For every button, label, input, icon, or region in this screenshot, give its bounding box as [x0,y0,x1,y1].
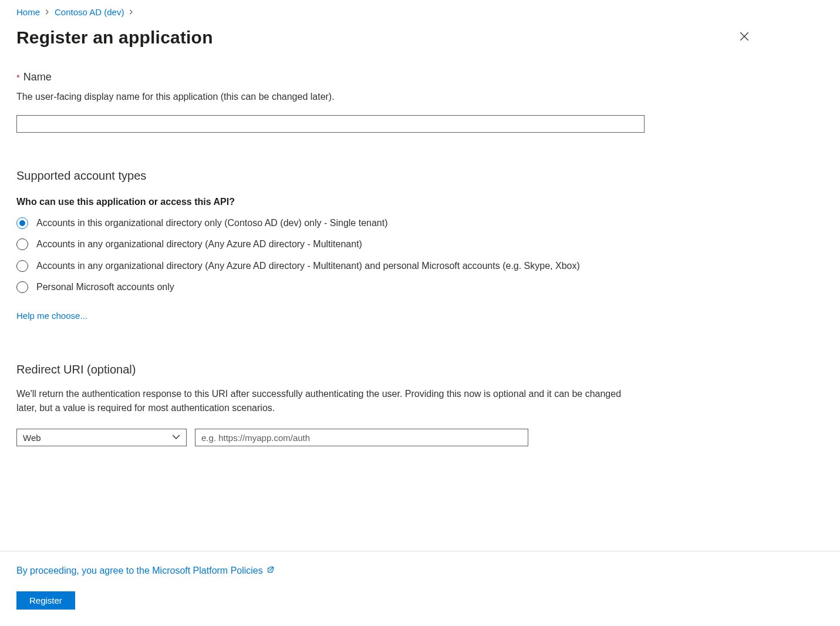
account-type-option-multitenant[interactable]: Accounts in any organizational directory… [16,238,718,251]
footer: By proceeding, you agree to the Microsof… [0,551,840,626]
form-scroll-area[interactable]: * Name The user-facing display name for … [16,71,824,551]
radio-icon [16,238,28,250]
name-label: * Name [16,71,718,83]
radio-icon [16,217,28,229]
register-button[interactable]: Register [16,591,75,610]
radio-label: Accounts in any organizational directory… [36,238,362,251]
redirect-uri-heading: Redirect URI (optional) [16,363,718,376]
account-type-option-single-tenant[interactable]: Accounts in this organizational director… [16,217,718,230]
page-title: Register an application [16,28,213,48]
name-input[interactable] [16,115,645,133]
redirect-uri-input[interactable] [195,429,528,446]
external-link-icon [266,566,275,576]
chevron-right-icon [129,8,134,16]
close-icon [739,31,750,42]
platform-policies-link[interactable]: By proceeding, you agree to the Microsof… [16,566,275,576]
name-label-text: Name [23,71,52,83]
account-types-question: Who can use this application or access t… [16,197,718,207]
close-button[interactable] [736,28,753,45]
required-indicator: * [16,72,20,82]
chevron-right-icon [45,8,50,16]
chevron-down-icon [172,433,180,443]
redirect-platform-value: Web [23,433,41,443]
radio-icon [16,281,28,293]
account-types-radio-group: Accounts in this organizational director… [16,217,718,294]
breadcrumb-directory[interactable]: Contoso AD (dev) [55,7,124,17]
name-description: The user-facing display name for this ap… [16,92,718,102]
radio-icon [16,260,28,272]
breadcrumb-home[interactable]: Home [16,7,40,17]
radio-label: Accounts in any organizational directory… [36,260,580,272]
redirect-uri-description: We'll return the authentication response… [16,387,639,416]
account-type-option-personal-only[interactable]: Personal Microsoft accounts only [16,281,718,294]
platform-policies-text: By proceeding, you agree to the Microsof… [16,566,263,576]
help-me-choose-link[interactable]: Help me choose... [16,311,87,321]
breadcrumb: Home Contoso AD (dev) [16,6,824,17]
account-type-option-multitenant-personal[interactable]: Accounts in any organizational directory… [16,260,718,272]
radio-label: Accounts in this organizational director… [36,217,388,230]
redirect-platform-select[interactable]: Web [16,429,187,446]
radio-label: Personal Microsoft accounts only [36,281,174,294]
account-types-heading: Supported account types [16,169,718,183]
